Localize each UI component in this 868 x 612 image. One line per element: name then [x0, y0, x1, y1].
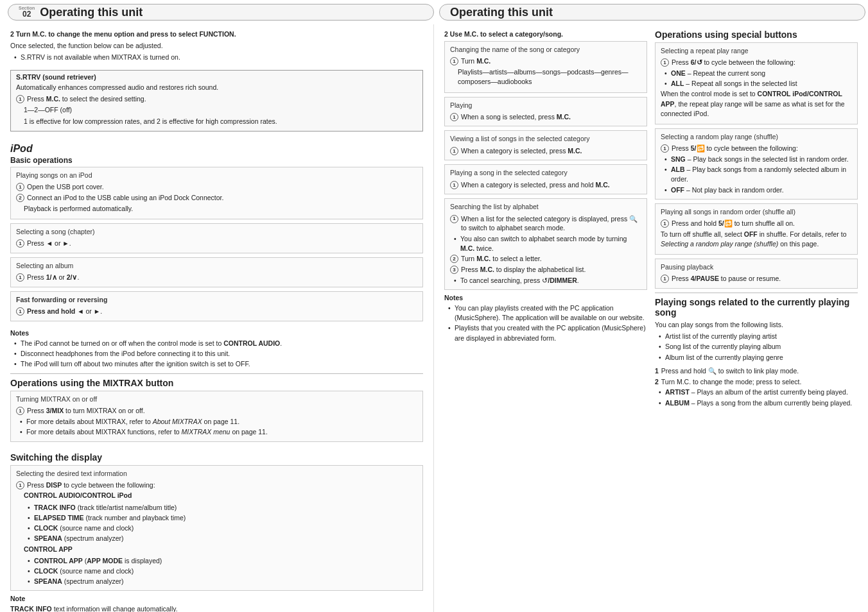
related-bullet-artist: ARTIST – Plays an album of the artist cu…	[665, 387, 858, 397]
playing-related-bullets2: ARTIST – Plays an album of the artist cu…	[655, 387, 858, 407]
related-bullet-3: Album list of the currently playing genr…	[665, 353, 858, 362]
page-container: Section 02 Operating this unit Operating…	[0, 0, 868, 612]
search-cancel-bullet: To cancel searching, press ↺/DIMMER.	[460, 276, 641, 285]
switching-step1: 1 Press DISP to cycle between the follow…	[16, 480, 417, 490]
repeat-box: Selecting a repeat play range 1 Press 6/…	[655, 42, 858, 124]
step-open-usb: 1 Open the USB port cover.	[16, 182, 417, 192]
related-bullet-1: Artist list of the currently playing art…	[665, 332, 858, 341]
select-song-box: Selecting a song (chapter) 1 Press ◄ or …	[10, 223, 423, 253]
view-songs-box: Viewing a list of songs in the selected …	[444, 130, 647, 160]
note-3: The iPod will turn off about two minutes…	[21, 359, 423, 369]
search-alpha-step1: 1 When a list for the selected category …	[450, 214, 641, 233]
shuffle-title: Selecting a random play range (shuffle)	[661, 132, 852, 142]
mixtrax-section: Operations using the MIXTRAX button Turn…	[10, 378, 423, 445]
right-divider	[655, 293, 858, 293]
notes-title: Notes	[10, 329, 423, 337]
search-alpha-box: Searching the list by alphabet 1 When a …	[444, 198, 647, 290]
switching-box: Selecting the desired text information 1…	[10, 465, 423, 591]
cap-bullet-3: SPEANA (spectrum analyzer)	[34, 577, 417, 586]
num-1: 1	[16, 95, 24, 103]
section-num-left: 02	[22, 10, 31, 19]
step2-body: Once selected, the function below can be…	[10, 41, 423, 51]
related-bullet-2: Song list of the currently playing album	[665, 342, 858, 352]
play-song-box: Playing a song in the selected category …	[444, 164, 647, 194]
pause-step1: 1 Press 4/PAUSE to pause or resume.	[661, 274, 852, 284]
main-content: 2 Turn M.C. to change the menu option an…	[0, 24, 868, 612]
related-step2: 2 Turn M.C. to change the mode; press to…	[655, 377, 858, 387]
right-page: 2 Use M.C. to select a category/song. Ch…	[434, 24, 868, 612]
playback-auto: Playback is performed automatically.	[16, 204, 417, 214]
divider-1	[10, 373, 423, 374]
mixtrax-box: Turning MIXTRAX on or off 1 Press 3/MIX …	[10, 391, 423, 441]
switching-title: Switching the display	[10, 452, 423, 463]
ca-bullet-3: CLOCK (source name and clock)	[34, 523, 417, 533]
right-notes: Notes You can play playlists created wit…	[444, 294, 647, 343]
mixtrax-title: Operations using the MIXTRAX button	[10, 378, 423, 388]
change-name-title: Changing the name of the song or categor…	[450, 45, 641, 55]
switching-note-title: Note	[10, 595, 423, 602]
shuffle-all-box: Playing all songs in random order (shuff…	[655, 203, 858, 255]
right-notes-list: You can play playlists created with the …	[444, 303, 647, 343]
fast-forward-title: Fast forwarding or reversing	[16, 295, 417, 305]
mixtrax-bullets: For more details about MIXTRAX, refer to…	[16, 417, 417, 437]
shuffle-all-extra: To turn off shuffle all, select OFF in s…	[661, 230, 852, 249]
srtv-label: S.RTRV (sound retriever)	[16, 73, 417, 81]
special-buttons-title: Operations using special buttons	[655, 30, 858, 40]
switching-note: Note TRACK INFO text information will ch…	[10, 595, 423, 612]
right-col-right: Operations using special buttons Selecti…	[655, 30, 858, 414]
search-alpha-step3: 3 Press M.C. to display the alphabetical…	[450, 265, 641, 275]
note-2: Disconnect headphones from the iPod befo…	[21, 349, 423, 359]
shuffle-off: OFF – Not play back in random order.	[671, 185, 852, 195]
search-alpha-title: Searching the list by alphabet	[450, 202, 641, 212]
select-song-title: Selecting a song (chapter)	[16, 227, 417, 237]
search-alpha-step2: 2 Turn M.C. to select a letter.	[450, 254, 641, 264]
intro-bullet-1: S.RTRV is not available when MIXTRAX is …	[21, 53, 423, 62]
step-connect-ipod: 2 Connect an iPod to the USB cable using…	[16, 193, 417, 203]
playing-step1: 1 When a song is selected, press M.C.	[450, 112, 641, 122]
page-title-left: Operating this unit	[40, 6, 143, 19]
srtv-step1: 1 Press M.C. to select the desired setti…	[16, 94, 417, 104]
ipod-notes: Notes The iPod cannot be turned on or of…	[10, 329, 423, 370]
shuffle-box: Selecting a random play range (shuffle) …	[655, 128, 858, 200]
change-name-step1: 1 Turn M.C.	[450, 56, 641, 66]
select-album-step: 1 Press 1/∧ or 2/∨.	[16, 273, 417, 282]
control-app-bullets: CONTROL APP (APP MODE is displayed) CLOC…	[16, 556, 417, 587]
left-page: 2 Turn M.C. to change the menu option an…	[0, 24, 434, 612]
shuffle-alb: ALB – Play back songs from a randomly se…	[671, 165, 852, 184]
change-name-box: Changing the name of the song or categor…	[444, 41, 647, 92]
right-two-col: 2 Use M.C. to select a category/song. Ch…	[444, 30, 858, 414]
control-app-label: CONTROL APP	[16, 545, 417, 554]
srtv-body: Automatically enhances compressed audio …	[16, 83, 417, 92]
playing-box: Playing 1 When a song is selected, press…	[444, 97, 647, 127]
cap-bullet-1: CONTROL APP (APP MODE is displayed)	[34, 556, 417, 566]
basic-ops-title: Basic operations	[10, 156, 423, 165]
right-note-1: You can play playlists created with the …	[455, 303, 647, 323]
play-song-step1: 1 When a category is selected, press and…	[450, 180, 641, 190]
notes-list: The iPod cannot be turned on or off when…	[10, 339, 423, 370]
cap-bullet-2: CLOCK (source name and clock)	[34, 566, 417, 576]
select-album-box: Selecting an album 1 Press 1/∧ or 2/∨.	[10, 257, 423, 287]
view-songs-title: Viewing a list of songs in the selected …	[450, 134, 641, 144]
right-col-left: 2 Use M.C. to select a category/song. Ch…	[444, 30, 647, 414]
mixtrax-turning-title: Turning MIXTRAX on or off	[16, 395, 417, 404]
switching-note-body: TRACK INFO text information will change …	[10, 604, 423, 612]
shuffle-all-title: Playing all songs in random order (shuff…	[661, 207, 852, 217]
pause-box: Pausing playback 1 Press 4/PAUSE to paus…	[655, 259, 858, 289]
header-bar: Section 02 Operating this unit Operating…	[0, 0, 868, 24]
srtv-step1-text: Press M.C. to select the desired setting…	[27, 94, 146, 104]
ca-bullet-4: SPEANA (spectrum analyzer)	[34, 534, 417, 543]
repeat-extra: When the control mode is set to CONTROL …	[661, 89, 852, 119]
playing-title: Playing	[450, 101, 641, 110]
playing-related-bullets: Artist list of the currently playing art…	[655, 332, 858, 362]
note-1: The iPod cannot be turned on or off when…	[21, 339, 423, 348]
header-left: Section 02 Operating this unit	[8, 4, 434, 21]
playing-songs-title: Playing songs on an iPod	[16, 171, 417, 180]
srtv-box: S.RTRV (sound retriever) Automatically e…	[10, 70, 423, 132]
intro-bullets: S.RTRV is not available when MIXTRAX is …	[10, 53, 423, 62]
shuffle-all-step1: 1 Press and hold 5/🔂 to turn shuffle all…	[661, 219, 852, 228]
right-notes-title: Notes	[444, 294, 647, 302]
search-alpha-bullets: You also can switch to alphabet search m…	[450, 234, 641, 253]
section-badge-left: Section 02	[19, 6, 35, 19]
ca-bullet-2: ELAPSED TIME (track number and playback …	[34, 513, 417, 523]
mixtrax-bullet-1: For more details about MIXTRAX, refer to…	[26, 417, 417, 427]
